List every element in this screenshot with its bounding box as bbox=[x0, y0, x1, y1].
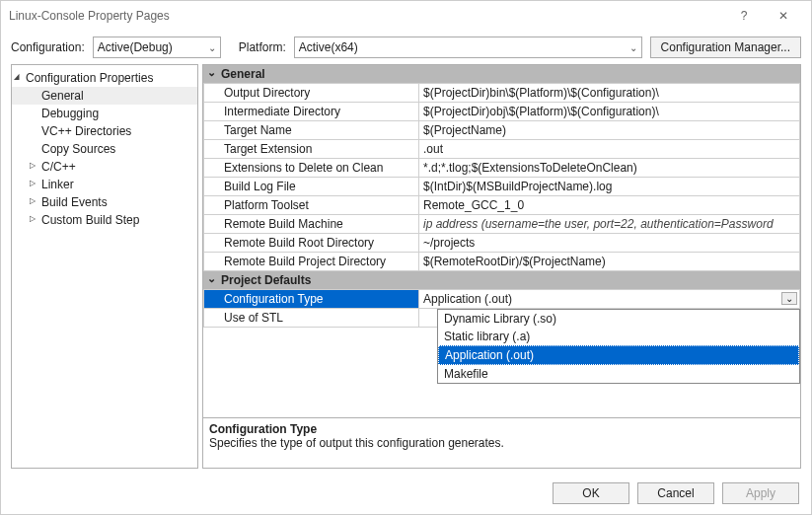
configuration-combo[interactable]: Active(Debug) ⌄ bbox=[93, 37, 221, 58]
prop-value[interactable]: .out bbox=[419, 140, 800, 159]
prop-value[interactable]: $(ProjectDir)obj\$(Platform)\$(Configura… bbox=[419, 103, 800, 121]
description-title: Configuration Type bbox=[209, 422, 794, 436]
prop-row[interactable]: Target Extension.out bbox=[204, 140, 800, 159]
chevron-down-icon: ⌄ bbox=[629, 42, 637, 53]
platform-value: Active(x64) bbox=[299, 40, 358, 54]
tree-root[interactable]: Configuration Properties bbox=[12, 69, 197, 87]
prop-row[interactable]: Output Directory$(ProjectDir)bin\$(Platf… bbox=[204, 84, 800, 103]
description-panel: Configuration Type Specifies the type of… bbox=[203, 417, 800, 468]
prop-row[interactable]: Remote Build Machineip address (username… bbox=[204, 215, 800, 234]
prop-key: Remote Build Machine bbox=[204, 215, 419, 234]
platform-label: Platform: bbox=[239, 40, 286, 54]
tree-item-copy-sources[interactable]: Copy Sources bbox=[12, 140, 197, 158]
prop-key: Configuration Type bbox=[204, 290, 419, 309]
tree-item-build-events[interactable]: Build Events bbox=[12, 193, 197, 211]
prop-key: Intermediate Directory bbox=[204, 103, 419, 121]
prop-value[interactable]: $(RemoteRootDir)/$(ProjectName) bbox=[419, 253, 800, 271]
tree-item-debugging[interactable]: Debugging bbox=[12, 105, 197, 122]
prop-value[interactable]: $(ProjectDir)bin\$(Platform)\$(Configura… bbox=[419, 84, 800, 103]
config-type-dropdown[interactable]: Dynamic Library (.so)Static library (.a)… bbox=[437, 309, 800, 384]
tree-item-ccpp[interactable]: C/C++ bbox=[12, 158, 197, 176]
platform-combo[interactable]: Active(x64) ⌄ bbox=[294, 37, 642, 58]
configuration-label: Configuration: bbox=[11, 40, 85, 54]
prop-value[interactable]: *.d;*.tlog;$(ExtensionsToDeleteOnClean) bbox=[419, 159, 800, 178]
dropdown-option[interactable]: Application (.out) bbox=[438, 345, 799, 365]
prop-row[interactable]: Target Name$(ProjectName) bbox=[204, 121, 800, 140]
tree-item-general[interactable]: General bbox=[12, 87, 197, 105]
property-grid-panel: General Output Directory$(ProjectDir)bin… bbox=[202, 64, 801, 469]
prop-value[interactable]: ~/projects bbox=[419, 234, 800, 253]
prop-key: Extensions to Delete on Clean bbox=[204, 159, 419, 178]
dropdown-option[interactable]: Makefile bbox=[438, 365, 799, 383]
prop-value[interactable]: Application (.out) bbox=[419, 290, 800, 309]
prop-key: Target Name bbox=[204, 121, 419, 140]
prop-row[interactable]: Intermediate Directory$(ProjectDir)obj\$… bbox=[204, 103, 800, 121]
tree-item-vcdirs[interactable]: VC++ Directories bbox=[12, 122, 197, 140]
prop-key: Platform Toolset bbox=[204, 196, 419, 215]
prop-key: Use of STL bbox=[204, 309, 419, 328]
help-icon[interactable]: ? bbox=[724, 9, 764, 23]
prop-key: Remote Build Root Directory bbox=[204, 234, 419, 253]
cancel-button[interactable]: Cancel bbox=[637, 482, 714, 504]
prop-key: Target Extension bbox=[204, 140, 419, 159]
close-icon[interactable]: ✕ bbox=[764, 9, 803, 23]
prop-row[interactable]: Remote Build Root Directory~/projects bbox=[204, 234, 800, 253]
prop-row[interactable]: Build Log File$(IntDir)$(MSBuildProjectN… bbox=[204, 178, 800, 196]
dialog-footer: OK Cancel Apply bbox=[1, 475, 811, 514]
nav-tree[interactable]: Configuration Properties General Debuggi… bbox=[11, 64, 198, 469]
prop-key: Output Directory bbox=[204, 84, 419, 103]
tree-item-custom-build[interactable]: Custom Build Step bbox=[12, 211, 197, 229]
config-row: Configuration: Active(Debug) ⌄ Platform:… bbox=[1, 31, 811, 64]
configuration-manager-button[interactable]: Configuration Manager... bbox=[650, 37, 801, 58]
window-title: Linux-Console Property Pages bbox=[9, 9, 724, 23]
description-text: Specifies the type of output this config… bbox=[209, 436, 794, 450]
prop-row[interactable]: Extensions to Delete on Clean*.d;*.tlog;… bbox=[204, 159, 800, 178]
dropdown-option[interactable]: Dynamic Library (.so) bbox=[438, 310, 799, 328]
chevron-down-icon: ⌄ bbox=[208, 42, 216, 53]
titlebar: Linux-Console Property Pages ? ✕ bbox=[1, 1, 811, 31]
property-pages-dialog: Linux-Console Property Pages ? ✕ Configu… bbox=[0, 0, 812, 515]
ok-button[interactable]: OK bbox=[553, 482, 629, 504]
configuration-value: Active(Debug) bbox=[98, 40, 173, 54]
tree-item-linker[interactable]: Linker bbox=[12, 176, 197, 193]
prop-row[interactable]: Platform ToolsetRemote_GCC_1_0 bbox=[204, 196, 800, 215]
section-general[interactable]: General bbox=[203, 65, 800, 83]
property-grid[interactable]: General Output Directory$(ProjectDir)bin… bbox=[203, 65, 800, 417]
prop-key: Remote Build Project Directory bbox=[204, 253, 419, 271]
prop-key: Build Log File bbox=[204, 178, 419, 196]
prop-row[interactable]: Remote Build Project Directory$(RemoteRo… bbox=[204, 253, 800, 271]
section-defaults[interactable]: Project Defaults bbox=[203, 271, 800, 289]
prop-row[interactable]: Configuration TypeApplication (.out) bbox=[204, 290, 800, 309]
apply-button[interactable]: Apply bbox=[722, 482, 799, 504]
prop-value[interactable]: Remote_GCC_1_0 bbox=[419, 196, 800, 215]
prop-value[interactable]: $(IntDir)$(MSBuildProjectName).log bbox=[419, 178, 800, 196]
dropdown-option[interactable]: Static library (.a) bbox=[438, 328, 799, 345]
prop-value[interactable]: $(ProjectName) bbox=[419, 121, 800, 140]
prop-value[interactable]: ip address (username=the user, port=22, … bbox=[419, 215, 800, 234]
